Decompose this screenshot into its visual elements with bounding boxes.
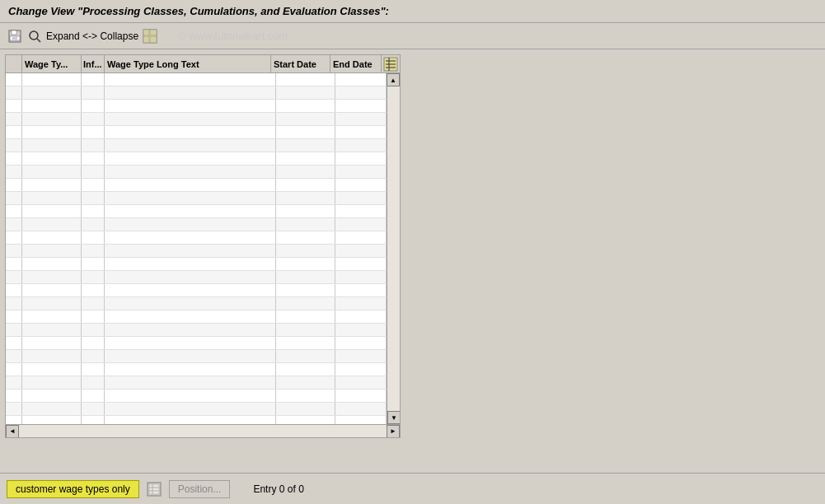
table-row[interactable] [6, 126, 387, 139]
header-wagety-col[interactable]: Wage Ty... [22, 55, 82, 72]
header-longtext-col[interactable]: Wage Type Long Text [105, 55, 271, 72]
svg-rect-3 [12, 37, 17, 40]
table-row[interactable] [6, 363, 387, 376]
toolbar: Expand <-> Collapse © www.tutorialkart.c… [0, 23, 825, 49]
table-row[interactable] [6, 337, 387, 350]
table-row[interactable] [6, 245, 387, 258]
table-row[interactable] [6, 416, 387, 424]
table-row[interactable] [6, 73, 387, 86]
table-row[interactable] [6, 324, 387, 337]
col-config-button[interactable] [382, 55, 400, 72]
customer-wage-types-button[interactable]: customer wage types only [7, 480, 139, 498]
table-row[interactable] [6, 100, 387, 113]
table-container: Wage Ty... Inf... Wage Type Long Text St… [5, 54, 401, 438]
table-row[interactable] [6, 271, 387, 284]
watermark: © www.tutorialkart.com [178, 30, 288, 42]
svg-rect-7 [143, 30, 149, 35]
svg-rect-8 [150, 30, 157, 35]
table-row[interactable] [6, 284, 387, 297]
table-body [6, 73, 387, 424]
header-checkbox-col [6, 55, 22, 72]
svg-rect-10 [150, 36, 157, 43]
table-row[interactable] [6, 297, 387, 310]
table-row[interactable] [6, 113, 387, 126]
svg-point-4 [30, 31, 38, 40]
svg-line-5 [37, 39, 40, 42]
scroll-track [387, 86, 400, 411]
page-title: Change View "Processing Classes, Cumulat… [8, 5, 389, 17]
table-row[interactable] [6, 390, 387, 403]
table-row[interactable] [6, 218, 387, 231]
table-row[interactable] [6, 139, 387, 152]
table-row[interactable] [6, 152, 387, 166]
entry-info: Entry 0 of 0 [253, 483, 303, 495]
col-longtext-label: Wage Type Long Text [107, 59, 199, 69]
table-row[interactable] [6, 403, 387, 416]
table-row[interactable] [6, 179, 387, 192]
table-row[interactable] [6, 376, 387, 390]
col-wagety-label: Wage Ty... [25, 59, 68, 69]
horizontal-scrollbar[interactable]: ◄ ► [6, 424, 400, 437]
expand-collapse-label[interactable]: Expand <-> Collapse [46, 30, 138, 42]
table-row[interactable] [6, 86, 387, 100]
find-icon[interactable] [26, 28, 43, 44]
header-inf-col[interactable]: Inf... [82, 55, 105, 72]
svg-rect-17 [149, 484, 159, 494]
hscroll-track [19, 425, 387, 438]
position-icon [146, 481, 162, 497]
table-row[interactable] [6, 192, 387, 205]
hscroll-right-btn[interactable]: ► [387, 425, 400, 438]
col-startdate-label: Start Date [274, 59, 316, 69]
col-inf-label: Inf... [83, 59, 102, 69]
table-row[interactable] [6, 310, 387, 324]
position-button[interactable]: Position... [169, 480, 231, 498]
col-enddate-label: End Date [333, 59, 373, 69]
header-enddate-col[interactable]: End Date [330, 55, 382, 72]
main-content: Wage Ty... Inf... Wage Type Long Text St… [0, 49, 825, 443]
scroll-up-button[interactable]: ▲ [387, 73, 400, 86]
status-bar: customer wage types only Position... Ent… [0, 473, 825, 504]
svg-rect-1 [12, 30, 16, 35]
table-row[interactable] [6, 205, 387, 218]
header-startdate-col[interactable]: Start Date [271, 55, 330, 72]
hscroll-left-btn[interactable]: ◄ [6, 425, 19, 438]
save-icon[interactable] [7, 28, 23, 44]
table-row[interactable] [6, 350, 387, 363]
table-row[interactable] [6, 258, 387, 271]
table-row[interactable] [6, 231, 387, 245]
title-bar: Change View "Processing Classes, Cumulat… [0, 0, 825, 23]
grid-icon[interactable] [142, 28, 158, 44]
table-header: Wage Ty... Inf... Wage Type Long Text St… [6, 55, 400, 73]
table-row[interactable] [6, 166, 387, 179]
scroll-down-btn[interactable]: ▼ [387, 411, 401, 424]
vertical-scrollbar[interactable]: ▲ ▼ [387, 73, 400, 424]
svg-rect-9 [143, 36, 149, 43]
